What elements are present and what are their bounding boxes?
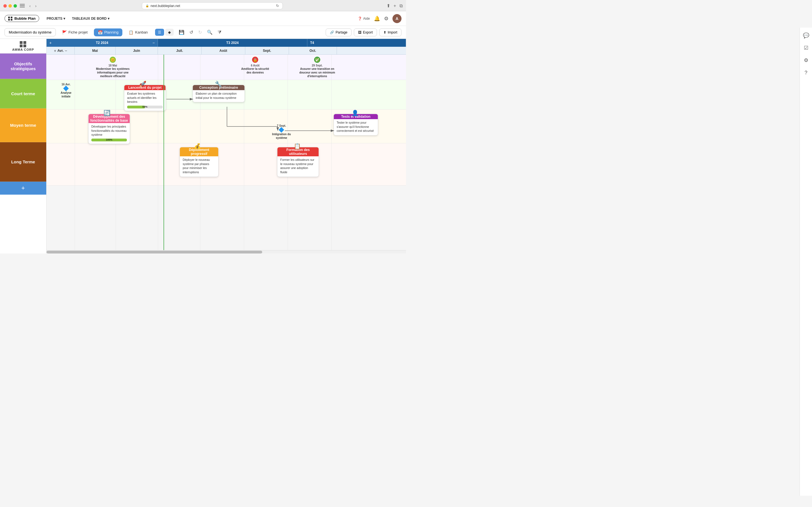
- undo-button[interactable]: ↺: [188, 29, 195, 36]
- search-button[interactable]: 🔍: [205, 29, 214, 36]
- bubble-tests[interactable]: 👤 Tests et validation Tester le système …: [334, 114, 378, 135]
- tab-fiche[interactable]: 🚩 Fiche projet: [58, 29, 92, 36]
- quarter-t4: T4: [307, 39, 406, 47]
- filter-button[interactable]: ⧩: [216, 29, 223, 36]
- import-button[interactable]: ⬆ Import: [379, 29, 402, 36]
- logo-text: Bubble Plan: [14, 16, 36, 20]
- scrollbar-thumb[interactable]: [47, 251, 262, 253]
- refresh-button[interactable]: ↻: [276, 4, 279, 8]
- settings-button[interactable]: ⚙: [384, 15, 389, 22]
- bubble-lancement[interactable]: 🚀 Lancement du projet Évaluer les systèm…: [124, 85, 166, 111]
- redo-button[interactable]: ↻: [197, 29, 204, 36]
- tab-kanban[interactable]: 📋 Kanban: [124, 29, 152, 36]
- row-bg-long: [47, 144, 406, 186]
- new-tab-button[interactable]: +: [394, 3, 396, 8]
- gridline-aout: [244, 55, 244, 250]
- logo-icon: [8, 17, 13, 20]
- month-oct: Oct.: [289, 47, 337, 54]
- notifications-button[interactable]: 🔔: [374, 15, 380, 22]
- nav-tableaux[interactable]: TABLEAUX DE BORD ▾: [69, 15, 112, 22]
- q4-label: T4: [310, 41, 314, 45]
- export-button[interactable]: 🖼 Export: [354, 29, 377, 36]
- quarter-t3: T3 2024: [158, 39, 307, 47]
- q3-label: T3 2024: [226, 41, 239, 45]
- bubble-developpement[interactable]: 🔄 Développement des fonctionnalités de b…: [88, 114, 130, 144]
- forward-button[interactable]: ›: [34, 3, 38, 9]
- milestone-18mai: 😊 18 Mai Moderniser les systèmes informa…: [96, 56, 130, 78]
- bubble-deploiement[interactable]: 💰 Déploiement progressif Déployer le nou…: [180, 147, 218, 177]
- milestone-6aout: 🔒 6 Août Améliorer la sécurité des donné…: [241, 56, 269, 74]
- add-row-button[interactable]: +: [0, 182, 46, 194]
- windows-button[interactable]: ⧉: [400, 3, 403, 8]
- nav-projets[interactable]: PROJETS ▾: [44, 15, 68, 22]
- project-name-button[interactable]: Modernisation du système: [4, 28, 56, 36]
- help-button[interactable]: ❓ Aide: [358, 17, 370, 20]
- row-label-moyen: Moyen terme: [0, 108, 46, 142]
- gridline-oct: [331, 55, 332, 250]
- url-text: next.bubbleplan.net: [151, 4, 180, 8]
- month-juil: Juil.: [158, 47, 202, 54]
- view-toggle-list[interactable]: ☰: [155, 29, 164, 36]
- month-avr: + Avr. −: [47, 47, 75, 54]
- q2-label: T2 2024: [96, 41, 108, 45]
- row-label-court: Court terme: [0, 79, 46, 108]
- today-line: [163, 55, 164, 250]
- row-label-objectives: Objectifsstratégiques: [0, 54, 46, 79]
- bubble-conception[interactable]: 🔧 Conception préliminaire Élaborer un pl…: [193, 85, 245, 102]
- month-aout: Août: [202, 47, 245, 54]
- partage-button[interactable]: 🔗 Partage: [326, 29, 352, 36]
- back-button[interactable]: ‹: [28, 3, 33, 9]
- scrollbar-area: [47, 250, 406, 253]
- month-mai: Mai: [75, 47, 116, 54]
- company-name: AMMA CORP: [12, 48, 34, 51]
- row-label-long: Long Terme: [0, 142, 46, 182]
- milestone-7sept: 7 Sept. Intégration dusystème: [272, 124, 291, 140]
- help-icon: ❓: [358, 17, 362, 20]
- milestone-29sept: ✅ 29 Sept. Assurer une transition en dou…: [299, 56, 336, 78]
- avatar[interactable]: A: [393, 14, 402, 23]
- month-juin: Juin: [116, 47, 158, 54]
- q2-expand[interactable]: +: [49, 41, 52, 45]
- gridline-avr: [75, 55, 75, 250]
- q2-collapse[interactable]: −: [153, 41, 155, 45]
- sidebar-toggle[interactable]: [20, 4, 25, 8]
- quarter-t2: + T2 2024 −: [47, 39, 158, 47]
- view-toggle-diamond[interactable]: ◆: [165, 29, 174, 36]
- month-sept: Sept.: [245, 47, 289, 54]
- lock-icon: 🔒: [146, 4, 149, 7]
- avr-collapse[interactable]: −: [65, 48, 67, 53]
- bubble-formation[interactable]: 📋 Formation des utilisateurs Former les …: [277, 147, 319, 177]
- company-logo: AMMA CORP: [12, 41, 34, 51]
- milestone-16avr: 16 Avr. Analyseinitiale: [61, 83, 71, 98]
- tab-planning[interactable]: 📅 Planning: [94, 29, 123, 36]
- avr-expand[interactable]: +: [54, 48, 56, 53]
- share-button[interactable]: ⬆: [387, 3, 390, 8]
- save-button[interactable]: 💾: [177, 29, 186, 36]
- logo[interactable]: Bubble Plan: [4, 15, 39, 22]
